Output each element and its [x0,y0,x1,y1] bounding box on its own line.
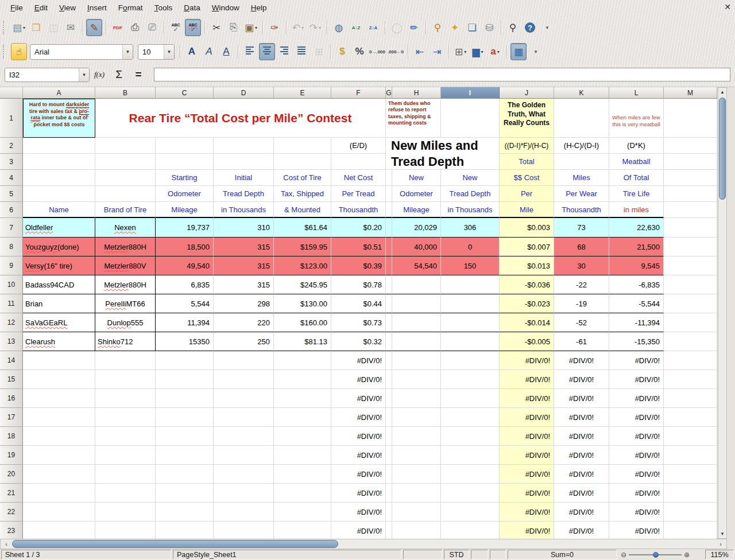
cell-D23[interactable] [214,522,274,539]
cell-D5[interactable]: Tread Depth [214,186,274,202]
scroll-up-icon[interactable]: ▲ [718,88,726,96]
cell-L17[interactable]: #DIV/0! [609,408,664,427]
cell-H5[interactable]: Odometer [392,186,441,202]
cell-M12[interactable] [664,313,717,332]
paste-button[interactable]: ▣▾ [243,19,259,36]
cell-F21[interactable]: #DIV/0! [331,484,386,503]
cell-K23[interactable]: #DIV/0! [554,522,609,539]
cell-A21[interactable] [23,484,95,503]
email-button[interactable]: ✉ [63,19,79,36]
cell-H20[interactable] [392,465,441,484]
cell-E19[interactable] [274,446,331,465]
cell-M11[interactable] [664,294,717,313]
cell-A3[interactable] [23,154,95,170]
cell-K18[interactable]: #DIV/0! [554,427,609,446]
cell-A6[interactable]: Name [23,202,95,218]
cell-F3[interactable] [331,154,386,170]
cell-A9[interactable]: Versy (16" tire) [23,256,95,275]
cell-D10[interactable]: 315 [214,275,274,294]
cell-E3[interactable] [274,154,331,170]
cell-A14[interactable] [23,351,95,370]
horizontal-scroll-thumb[interactable] [12,540,338,548]
cell-H23[interactable] [392,522,441,539]
column-header-F[interactable]: F [331,87,386,99]
row-header-2[interactable]: 2 [0,138,23,154]
combo-dropdown-icon[interactable]: ▼ [122,45,133,59]
cell-I4[interactable]: New [441,170,500,186]
cell-M21[interactable] [664,484,717,503]
cell-I17[interactable] [441,408,500,427]
justified-button[interactable] [293,43,310,60]
cell-I21[interactable] [441,484,500,503]
name-box-dropdown-icon[interactable]: ▼ [79,68,89,81]
cell-A10[interactable]: Badass94CAD [23,275,95,294]
cell-I20[interactable] [441,465,500,484]
cell-F11[interactable]: $0.44 [331,294,386,313]
cell-J14[interactable]: #DIV/0! [500,351,554,370]
status-selection-mode[interactable]: STD [444,550,469,559]
cell-E6[interactable]: & Mounted [274,202,331,218]
cell-K5[interactable]: Per Wear [554,186,609,202]
cell-M9[interactable] [664,256,717,275]
cell-F4[interactable]: Net Cost [331,170,386,186]
cell-H16[interactable] [392,389,441,408]
cell-C8[interactable]: 18,500 [156,238,214,256]
cell-C13[interactable]: 15350 [156,332,214,351]
font-size-combo[interactable]: 10▼ [138,44,175,60]
cell-G12[interactable] [386,313,392,332]
cell-A11[interactable]: Brian [23,294,95,313]
cell-B23[interactable] [95,522,156,539]
status-modified-flag[interactable] [471,550,488,559]
cell-A17[interactable] [23,408,95,427]
cell-F23[interactable]: #DIV/0! [331,522,386,539]
new-document-button[interactable]: ▤▾ [11,19,27,36]
cell-A2[interactable] [23,138,95,154]
cell-B15[interactable] [95,370,156,389]
data-sources-button[interactable]: ⛁ [481,19,497,36]
cell-M13[interactable] [664,332,717,351]
cell-H21[interactable] [392,484,441,503]
cell-E17[interactable] [274,408,331,427]
dropdown-arrow-icon[interactable]: ▾ [319,25,321,30]
cell-G19[interactable] [386,446,392,465]
cell-D22[interactable] [214,503,274,522]
cell-A16[interactable] [23,389,95,408]
show-draw-functions-button[interactable]: ✏ [406,19,422,36]
cell-L23[interactable]: #DIV/0! [609,522,664,539]
cell-J2[interactable]: ((D-I)*F)/(H-C) [500,138,554,154]
cell-G21[interactable] [386,484,392,503]
row-header-11[interactable]: 11 [0,294,23,313]
cell-J13[interactable]: -$0.005 [500,332,554,351]
cell-D8[interactable]: 315 [214,238,274,256]
cell-C4[interactable]: Starting [156,170,214,186]
cell-H4[interactable]: New [392,170,441,186]
cell-G6[interactable] [386,202,392,218]
row-header-12[interactable]: 12 [0,313,23,332]
navigator-button[interactable]: ✦ [447,19,463,36]
cell-E21[interactable] [274,484,331,503]
cell-C10[interactable]: 6,835 [156,275,214,294]
cell-G1[interactable]: Them dudes who refuse to report taxes, s… [386,99,441,138]
auto-spellcheck-button[interactable]: ABC✓ [185,19,201,36]
cell-B1[interactable]: Rear Tire “Total Cost per Mile” Contest [95,99,386,138]
cell-E9[interactable]: $123.00 [274,256,331,275]
cell-F19[interactable]: #DIV/0! [331,446,386,465]
column-header-J[interactable]: J [500,87,554,99]
cell-K9[interactable]: 30 [554,256,609,275]
underline-button[interactable]: A [218,43,234,60]
cell-M10[interactable] [664,275,717,294]
cell-I1[interactable] [441,99,500,138]
cell-D15[interactable] [214,370,274,389]
cell-F13[interactable]: $0.32 [331,332,386,351]
cell-B21[interactable] [95,484,156,503]
menu-window[interactable]: Window [206,1,245,14]
cell-A19[interactable] [23,446,95,465]
column-header-A[interactable]: A [23,87,95,99]
vertical-scrollbar[interactable]: ▲ ▼ [718,87,727,539]
cell-F5[interactable]: Per Tread [331,186,386,202]
dropdown-arrow-icon[interactable]: ▾ [497,49,500,55]
cell-E12[interactable]: $160.00 [274,313,331,332]
cell-H8[interactable]: 40,000 [392,238,441,256]
cell-L13[interactable]: -15,350 [609,332,664,351]
align-left-button[interactable] [242,43,258,60]
